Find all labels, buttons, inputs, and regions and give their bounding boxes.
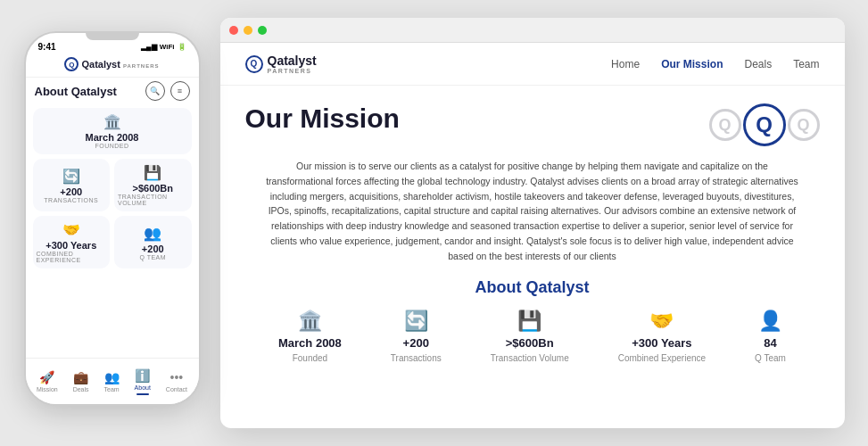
contact-nav-label: Contact xyxy=(166,386,187,392)
qteam-icon: 👤 xyxy=(758,310,782,333)
mission-body-text: Our mission is to serve our clients as a… xyxy=(265,159,800,264)
phone-nav-team[interactable]: 👥 Team xyxy=(104,370,120,392)
browser-body: Q Qatalyst PARTNERS Home Our Mission Dea… xyxy=(220,43,845,428)
phone-exp-card: 🤝 +300 Years COMBINED EXPERIENCE xyxy=(33,216,111,268)
browser-mockup: Q Qatalyst PARTNERS Home Our Mission Dea… xyxy=(220,18,845,428)
phone-transactions-icon: 🔄 xyxy=(62,168,80,185)
about-stats-row: 🏛️ March 2008 Founded 🔄 +200 Transaction… xyxy=(245,310,820,363)
phone-volume-card: 💾 >$600Bn TRANSACTION VOLUME xyxy=(114,159,192,211)
experience-label: Combined Experience xyxy=(618,353,706,363)
signal-icon: ▂▄▆ xyxy=(141,43,157,51)
phone-founded-card: 🏛️ March 2008 FOUNDED xyxy=(33,108,192,154)
browser-close-dot[interactable] xyxy=(229,26,238,35)
phone-menu-icon[interactable]: ≡ xyxy=(170,81,190,101)
phone-transactions-card: 🔄 +200 TRANSACTIONS xyxy=(33,159,111,211)
phone-logo-sub: PARTNERS xyxy=(123,63,160,69)
about-stat-volume: 💾 >$600Bn Transaction Volume xyxy=(491,310,569,363)
logo-trio-q-left: Q xyxy=(709,109,741,141)
mission-title: Our Mission xyxy=(245,103,400,134)
about-nav-label: About xyxy=(135,384,151,391)
phone-logo-name: Qatalyst xyxy=(81,59,120,70)
about-stat-experience: 🤝 +300 Years Combined Experience xyxy=(618,310,706,363)
qteam-label: Q Team xyxy=(755,353,786,363)
phone-nav-contact[interactable]: ••• Contact xyxy=(166,370,187,392)
phone-transactions-value: +200 xyxy=(60,186,82,197)
phone-transactions-label: TRANSACTIONS xyxy=(44,197,98,203)
phone-frame: 9:41 ▂▄▆ WiFi 🔋 Q Qatalyst PARTNERS Abou… xyxy=(24,31,201,406)
phone-founded-label: FOUNDED xyxy=(95,143,128,149)
founded-label: Founded xyxy=(293,353,327,363)
battery-icon: 🔋 xyxy=(178,43,186,51)
founded-icon: 🏛️ xyxy=(298,310,322,333)
phone-nav-about[interactable]: ℹ️ About xyxy=(135,368,151,395)
wifi-icon: WiFi xyxy=(160,43,175,51)
about-nav-icon: ℹ️ xyxy=(135,368,150,383)
phone-exp-icon: 🤝 xyxy=(62,221,80,238)
browser-chrome xyxy=(220,18,845,43)
phone-mockup: 9:41 ▂▄▆ WiFi 🔋 Q Qatalyst PARTNERS Abou… xyxy=(24,31,203,415)
phone-volume-icon: 💾 xyxy=(144,164,161,181)
about-section: About Qatalyst 🏛️ March 2008 Founded 🔄 +… xyxy=(245,278,820,363)
phone-qteam-value: +200 xyxy=(142,244,164,254)
transactions-icon: 🔄 xyxy=(404,310,428,333)
about-stat-qteam: 👤 84 Q Team xyxy=(755,310,786,363)
volume-icon: 💾 xyxy=(517,310,541,333)
experience-icon: 🤝 xyxy=(649,310,674,333)
nav-link-team[interactable]: Team xyxy=(793,58,819,70)
phone-bottom-nav: 🚀 Mission 💼 Deals 👥 Team ℹ️ About ••• Co… xyxy=(26,358,199,404)
qteam-value: 84 xyxy=(764,336,776,350)
phone-search-row: About Qatalyst 🔍 ≡ xyxy=(26,78,199,104)
phone-nav-deals[interactable]: 💼 Deals xyxy=(73,370,89,392)
contact-nav-icon: ••• xyxy=(170,370,184,384)
phone-founded-icon: 🏛️ xyxy=(103,113,121,130)
nav-link-home[interactable]: Home xyxy=(611,58,640,70)
active-indicator xyxy=(136,393,149,395)
phone-time: 9:41 xyxy=(38,42,56,52)
volume-value: >$600Bn xyxy=(506,336,554,350)
deals-nav-icon: 💼 xyxy=(73,370,88,384)
transactions-label: Transactions xyxy=(391,353,442,363)
phone-search-icon[interactable]: 🔍 xyxy=(145,81,165,101)
site-logo-q-icon: Q xyxy=(245,55,263,73)
transactions-value: +200 xyxy=(403,336,429,350)
deals-nav-label: Deals xyxy=(73,386,89,392)
phone-exp-label: COMBINED EXPERIENCE xyxy=(37,251,107,263)
site-nav: Q Qatalyst PARTNERS Home Our Mission Dea… xyxy=(220,43,845,86)
browser-minimize-dot[interactable] xyxy=(244,26,252,35)
about-stat-transactions: 🔄 +200 Transactions xyxy=(391,310,442,363)
team-nav-icon: 👥 xyxy=(104,370,120,384)
logo-trio-decoration: Q Q Q xyxy=(709,103,820,146)
phone-logo-q-icon: Q xyxy=(64,57,79,71)
about-stat-founded: 🏛️ March 2008 Founded xyxy=(278,310,342,363)
site-logo: Q Qatalyst PARTNERS xyxy=(245,54,317,74)
phone-stats-row-1: 🔄 +200 TRANSACTIONS 💾 >$600Bn TRANSACTIO… xyxy=(33,159,192,211)
phone-logo: Q Qatalyst PARTNERS xyxy=(64,57,159,71)
founded-value: March 2008 xyxy=(278,336,342,350)
logo-trio-q-center: Q xyxy=(743,103,786,146)
team-nav-label: Team xyxy=(104,386,120,392)
logo-trio-q-right: Q xyxy=(788,109,820,141)
site-logo-sub: PARTNERS xyxy=(268,68,317,74)
about-section-title: About Qatalyst xyxy=(245,278,820,297)
phone-qteam-icon: 👥 xyxy=(144,225,161,242)
site-logo-name: Qatalyst xyxy=(268,54,317,68)
browser-maximize-dot[interactable] xyxy=(258,26,267,35)
phone-founded-value: March 2008 xyxy=(86,132,139,143)
volume-label: Transaction Volume xyxy=(491,353,569,363)
experience-value: +300 Years xyxy=(632,336,691,350)
phone-header: Q Qatalyst PARTNERS xyxy=(26,54,199,78)
site-main-content: Our Mission Q Q Q Our mission is to serv… xyxy=(220,86,845,428)
phone-volume-value: >$600Bn xyxy=(132,183,173,194)
phone-qteam-label: Q TEAM xyxy=(139,254,166,260)
phone-action-icons: 🔍 ≡ xyxy=(145,81,190,101)
site-nav-links: Home Our Mission Deals Team xyxy=(611,58,819,70)
phone-exp-value: +300 Years xyxy=(45,240,96,251)
phone-about-title: About Qatalyst xyxy=(35,85,117,98)
phone-notch xyxy=(86,33,139,40)
nav-link-our-mission[interactable]: Our Mission xyxy=(661,58,723,70)
phone-qteam-card: 👥 +200 Q TEAM xyxy=(114,216,192,268)
nav-link-deals[interactable]: Deals xyxy=(744,58,772,70)
phone-volume-label: TRANSACTION VOLUME xyxy=(118,194,188,206)
phone-nav-mission[interactable]: 🚀 Mission xyxy=(37,370,58,392)
mission-nav-label: Mission xyxy=(37,386,58,392)
